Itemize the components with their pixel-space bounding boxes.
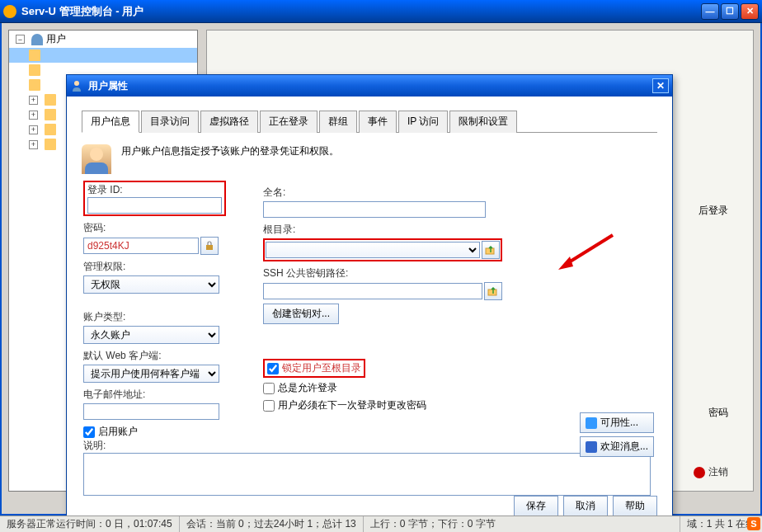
password-lock-button[interactable] [200, 237, 219, 255]
main-titlebar: Serv-U 管理控制台 - 用户 — ☐ ✕ [0, 0, 762, 23]
ssh-group [263, 282, 502, 300]
tab-logging-in[interactable]: 正在登录 [260, 111, 318, 133]
logout-label: 注销 [708, 465, 728, 479]
enable-account-checkbox[interactable] [83, 426, 95, 438]
description-row: 用户账户信息指定授予该账户的登录凭证和权限。 [82, 144, 657, 174]
app-icon [3, 5, 16, 18]
login-id-input[interactable] [87, 197, 222, 214]
svg-rect-2 [486, 248, 494, 254]
folder-icon [29, 79, 40, 91]
tab-ip-access[interactable]: IP 访问 [398, 111, 448, 133]
create-keypair-button[interactable]: 创建密钥对... [263, 304, 339, 324]
form-columns: 登录 ID: 密码: 管理权限: [83, 181, 657, 420]
email-input[interactable] [83, 403, 219, 420]
must-change-checkbox[interactable] [263, 400, 275, 412]
collapse-icon[interactable]: − [16, 35, 25, 44]
tab-user-info[interactable]: 用户信息 [82, 111, 139, 133]
rootdir-select[interactable] [266, 242, 480, 258]
right-button-group: 可用性... 欢迎消息... [580, 412, 654, 457]
minimize-button[interactable]: — [701, 3, 719, 20]
lock-user-checkbox[interactable] [267, 363, 279, 374]
rootdir-group [263, 238, 502, 261]
tree-item[interactable] [9, 48, 197, 63]
tab-groups[interactable]: 群组 [319, 111, 357, 133]
tab-bar: 用户信息 目录访问 虚拟路径 正在登录 群组 事件 IP 访问 限制和设置 [82, 110, 657, 133]
status-sessions: 会话：当前 0；过去24小时 1；总计 13 [180, 516, 364, 532]
expand-icon[interactable]: + [29, 140, 38, 149]
availability-label: 可用性... [600, 416, 638, 430]
folder-icon [29, 64, 40, 76]
dialog-titlebar[interactable]: 用户属性 ✕ [67, 75, 672, 97]
tab-virtual-path[interactable]: 虚拟路径 [200, 111, 258, 133]
close-button[interactable]: ✕ [741, 3, 759, 20]
expand-icon[interactable]: + [29, 111, 38, 120]
availability-icon [586, 417, 597, 429]
password-group [83, 237, 240, 255]
web-client-select[interactable]: 提示用户使用何种客户端 [83, 365, 219, 383]
expand-icon[interactable]: + [29, 125, 38, 134]
login-id-group: 登录 ID: [83, 181, 226, 216]
avatar-icon [82, 144, 111, 174]
logout-button[interactable]: 注销 [694, 465, 728, 479]
folder-up-icon [485, 244, 496, 256]
always-allow-checkbox-row: 总是允许登录 [263, 381, 502, 395]
folder-icon [29, 49, 40, 61]
dialog-close-button[interactable]: ✕ [652, 78, 669, 93]
ssh-label: SSH 公共密钥路径: [263, 266, 502, 280]
maximize-button[interactable]: ☐ [721, 3, 739, 20]
expand-icon[interactable]: + [29, 96, 38, 105]
description-text: 用户账户信息指定授予该账户的登录凭证和权限。 [121, 144, 339, 158]
save-button[interactable]: 保存 [514, 496, 558, 516]
tab-events[interactable]: 事件 [359, 111, 397, 133]
fullname-input[interactable] [263, 201, 486, 218]
main-window: Serv-U 管理控制台 - 用户 — ☐ ✕ − 用户 + + + + [0, 0, 762, 532]
description-textarea[interactable] [83, 453, 651, 496]
welcome-message-button[interactable]: 欢迎消息... [580, 436, 654, 457]
help-button[interactable]: 帮助 [613, 496, 657, 516]
tab-limits[interactable]: 限制和设置 [449, 111, 517, 133]
ssh-browse-button[interactable] [484, 282, 502, 300]
description-label: 说明: [83, 440, 106, 451]
dialog-button-row: 保存 取消 帮助 [514, 496, 657, 516]
admin-priv-label: 管理权限: [83, 260, 240, 274]
enable-account-row: 启用账户 [83, 425, 657, 439]
password-label: 密码: [83, 221, 240, 235]
svg-rect-1 [206, 245, 213, 250]
tree-root-users[interactable]: − 用户 [9, 31, 197, 48]
always-allow-label: 总是允许登录 [278, 381, 337, 395]
fullname-label: 全名: [263, 186, 502, 200]
enable-account-label: 启用账户 [98, 425, 138, 439]
tab-directory-access[interactable]: 目录访问 [141, 111, 199, 133]
main-body: − 用户 + + + + 后登录 密码 导 注销 [0, 23, 762, 516]
availability-button[interactable]: 可用性... [580, 412, 654, 433]
email-label: 电子邮件地址: [83, 388, 240, 402]
dialog-title: 用户属性 [88, 79, 652, 93]
account-type-select[interactable]: 永久账户 [83, 326, 219, 344]
status-uptime: 服务器正常运行时间：0 日，01:07:45 [0, 516, 180, 532]
account-type-label: 账户类型: [83, 310, 240, 324]
password-input[interactable] [83, 238, 199, 254]
must-change-checkbox-row: 用户必须在下一次登录时更改密码 [263, 398, 502, 412]
user-icon [31, 34, 43, 45]
lock-user-label: 锁定用户至根目录 [282, 361, 361, 375]
always-allow-checkbox[interactable] [263, 383, 275, 394]
logout-icon [694, 467, 705, 478]
cancel-button[interactable]: 取消 [563, 496, 608, 516]
tree-root-label: 用户 [46, 32, 66, 46]
welcome-label: 欢迎消息... [600, 440, 648, 454]
must-change-label: 用户必须在下一次登录时更改密码 [278, 398, 426, 412]
svg-point-0 [74, 81, 79, 86]
admin-priv-select[interactable]: 无权限 [83, 275, 219, 294]
status-bar: 服务器正常运行时间：0 日，01:07:45 会话：当前 0；过去24小时 1；… [0, 516, 762, 532]
rootdir-browse-button[interactable] [482, 241, 500, 259]
ssh-input[interactable] [263, 283, 482, 299]
dialog-body: 用户信息 目录访问 虚拟路径 正在登录 群组 事件 IP 访问 限制和设置 用户… [67, 97, 672, 511]
right-column: 全名: 根目录: SSH 公共密钥 [263, 181, 502, 420]
status-traffic: 上行：0 字节；下行：0 字节 [364, 516, 680, 532]
folder-up-icon [487, 285, 499, 297]
user-icon [70, 79, 83, 92]
ime-icon[interactable]: S [747, 517, 760, 530]
svg-rect-3 [488, 290, 496, 295]
user-properties-dialog: 用户属性 ✕ 用户信息 目录访问 虚拟路径 正在登录 群组 事件 IP 访问 限… [66, 74, 673, 529]
window-title: Serv-U 管理控制台 - 用户 [21, 4, 701, 19]
